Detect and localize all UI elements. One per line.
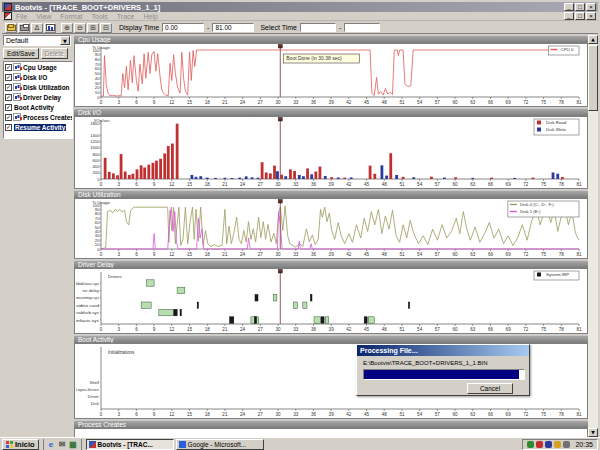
internet-explorer-icon[interactable]: e <box>47 440 56 449</box>
start-button[interactable]: Inicio <box>2 439 39 450</box>
checkbox[interactable]: ✓ <box>5 104 12 111</box>
checkbox[interactable]: ✓ <box>5 84 12 91</box>
child-restore-button[interactable]: □ <box>575 12 585 20</box>
svg-text:66: 66 <box>488 100 494 105</box>
child-close-button[interactable]: × <box>586 12 596 20</box>
svg-text:18: 18 <box>205 100 211 105</box>
minimize-button[interactable]: _ <box>564 3 574 11</box>
sidebar-item-resume-activity[interactable]: ✓Resume Activity <box>4 122 72 132</box>
svg-text:75: 75 <box>541 327 547 332</box>
sidebar-item-disk-i-o[interactable]: ✓Disk I/O <box>4 72 72 82</box>
svg-text:51: 51 <box>399 327 405 332</box>
zoom-window-icon[interactable]: ⊞ <box>87 23 99 33</box>
scrollbar-thumb[interactable] <box>588 45 598 111</box>
svg-text:54: 54 <box>417 100 423 105</box>
svg-text:66: 66 <box>488 182 494 187</box>
svg-text:45: 45 <box>364 252 370 257</box>
svg-text:45: 45 <box>364 327 370 332</box>
svg-text:24: 24 <box>240 252 246 257</box>
svg-text:57: 57 <box>435 182 441 187</box>
scroll-down-icon[interactable]: ▼ <box>588 428 598 437</box>
svg-text:1200: 1200 <box>90 139 100 144</box>
delta-icon[interactable]: Δ <box>31 23 43 33</box>
disk-utilization-chart: 0369121518212427303336394245485154576063… <box>75 199 587 258</box>
svg-text:Shell: Shell <box>90 380 99 385</box>
svg-text:0: 0 <box>97 177 100 182</box>
checkbox[interactable]: ✓ <box>5 94 12 101</box>
svg-text:3: 3 <box>117 327 120 332</box>
checkbox[interactable]: ✓ <box>5 74 12 81</box>
open-trace-icon[interactable] <box>5 23 17 33</box>
svg-text:78: 78 <box>559 100 565 105</box>
task-icon <box>89 441 96 448</box>
display-time-from-input[interactable] <box>162 23 204 32</box>
svg-text:63: 63 <box>470 412 476 417</box>
checkbox[interactable]: ✓ <box>5 114 12 121</box>
mail-icon[interactable]: ✉ <box>58 440 67 449</box>
tray-network-icon[interactable] <box>545 441 552 448</box>
checkbox[interactable]: ✓ <box>5 124 12 131</box>
menu-view[interactable]: View <box>36 13 51 20</box>
driver-delay-chart-panel[interactable]: 0369121518212427303336394245485154576063… <box>74 268 588 334</box>
select-time-to-input[interactable] <box>344 23 380 32</box>
sidebar-item-disk-utilization[interactable]: ✓Disk Utilization <box>4 82 72 92</box>
svg-text:% Usage: % Usage <box>92 200 110 205</box>
dialog-title: Processing File... <box>357 345 529 356</box>
child-minimize-button[interactable]: _ <box>564 12 574 20</box>
svg-text:30: 30 <box>275 100 281 105</box>
svg-text:video card: video card <box>76 303 100 308</box>
sidebar-item-driver-delay[interactable]: ✓Driver Delay <box>4 92 72 102</box>
svg-text:54: 54 <box>417 327 423 332</box>
checkbox[interactable]: ✓ <box>5 64 12 71</box>
menu-file[interactable]: File <box>16 13 27 20</box>
svg-text:System IRP: System IRP <box>546 272 569 277</box>
svg-text:27: 27 <box>258 182 264 187</box>
menu-trace[interactable]: Trace <box>117 13 135 20</box>
svg-text:72: 72 <box>523 100 529 105</box>
svg-text:57: 57 <box>435 412 441 417</box>
vertical-scrollbar[interactable]: ▲ ▼ <box>588 35 598 437</box>
display-time-to-input[interactable] <box>212 23 254 32</box>
show-desktop-icon[interactable]: ▦ <box>69 440 78 449</box>
preset-combobox[interactable]: Default ▼ <box>3 35 71 46</box>
menu-format[interactable]: Format <box>60 13 82 20</box>
svg-text:12: 12 <box>169 252 175 257</box>
taskbar-task-1[interactable]: Google - Microsoft... <box>176 439 264 450</box>
tray-update-icon[interactable] <box>554 441 561 448</box>
edit-save-button[interactable]: Edit/Save <box>3 48 39 59</box>
chevron-down-icon[interactable]: ▼ <box>60 36 70 45</box>
zoom-in-icon[interactable]: ⊕ <box>61 23 73 33</box>
delete-button[interactable]: Delete <box>41 48 68 59</box>
sidebar-item-process-creates[interactable]: ✓Process Creates <box>4 112 72 122</box>
menu-help[interactable]: Help <box>143 13 157 20</box>
menu-tools[interactable]: Tools <box>92 13 108 20</box>
svg-text:57: 57 <box>435 252 441 257</box>
svg-text:9: 9 <box>153 252 156 257</box>
zoom-reset-icon[interactable]: ⊟ <box>100 23 112 33</box>
select-time-from-input[interactable] <box>300 23 336 32</box>
disk-io-chart-panel[interactable]: 0369121518212427303336394245485154576063… <box>74 116 588 189</box>
svg-text:kbdclass.sys: kbdclass.sys <box>76 281 99 286</box>
taskbar-task-0[interactable]: Bootvis - [TRAC... <box>86 439 174 450</box>
cancel-button[interactable]: Cancel <box>467 383 513 394</box>
maximize-button[interactable]: □ <box>575 3 585 11</box>
sidebar-item-label: Process Creates <box>23 114 73 121</box>
svg-text:12: 12 <box>169 182 175 187</box>
print-icon[interactable] <box>18 23 30 33</box>
disk-utilization-chart-panel[interactable]: 0369121518212427303336394245485154576063… <box>74 198 588 259</box>
chart-view-icon[interactable] <box>44 23 56 33</box>
scroll-up-icon[interactable]: ▲ <box>588 35 598 44</box>
sidebar-item-cpu-usage[interactable]: ✓Cpu Usage <box>4 62 72 72</box>
sidebar-item-boot-activity[interactable]: ✓Boot Activity <box>4 102 72 112</box>
svg-text:0: 0 <box>100 412 103 417</box>
tray-alert-icon[interactable] <box>536 441 543 448</box>
svg-text:nic delay: nic delay <box>82 288 99 293</box>
cpu-usage-chart-panel[interactable]: 0369121518212427303336394245485154576063… <box>74 43 588 107</box>
zoom-out-icon[interactable]: ⊖ <box>74 23 86 33</box>
svg-text:48: 48 <box>382 182 388 187</box>
tray-volume-icon[interactable] <box>563 441 570 448</box>
tray-antivirus-icon[interactable] <box>527 441 534 448</box>
close-button[interactable]: × <box>586 3 596 11</box>
svg-text:51: 51 <box>399 100 405 105</box>
svg-text:81: 81 <box>576 100 582 105</box>
